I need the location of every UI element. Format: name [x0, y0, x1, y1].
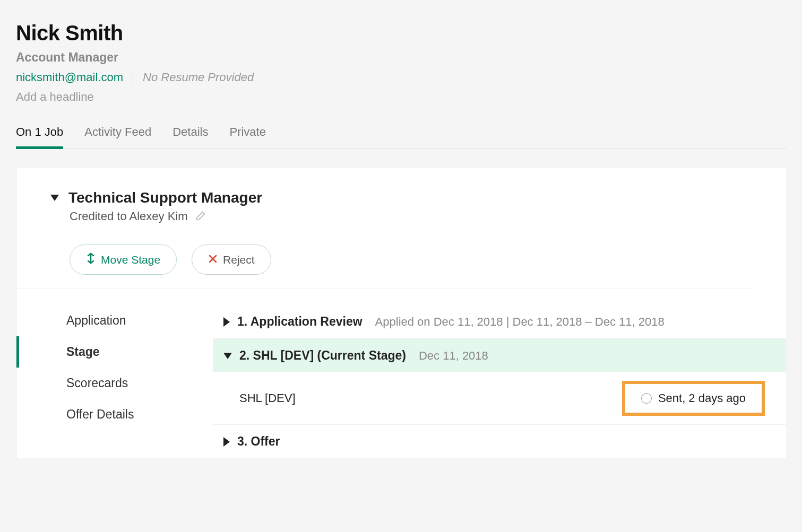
candidate-title: Account Manager [16, 50, 786, 65]
stage-sidebar: Application Stage Scorecards Offer Detai… [16, 305, 213, 458]
expand-stage-icon[interactable] [223, 317, 230, 327]
stage-detail-row: SHL [DEV] Sent, 2 days ago [213, 372, 786, 425]
stage-row-application-review[interactable]: 1. Application Review Applied on Dec 11,… [213, 305, 786, 339]
candidate-name: Nick Smith [16, 21, 786, 45]
assessment-status-text: Sent, 2 days ago [658, 391, 746, 405]
job-title: Technical Support Manager [68, 189, 262, 206]
resume-note: No Resume Provided [143, 71, 254, 84]
sidebar-item-application[interactable]: Application [50, 305, 213, 336]
sidebar-item-scorecards[interactable]: Scorecards [50, 368, 213, 399]
sidebar-item-offer-details[interactable]: Offer Details [50, 399, 213, 430]
reject-label: Reject [223, 254, 255, 266]
reject-icon [208, 254, 218, 266]
move-stage-button[interactable]: Move Stage [70, 245, 177, 275]
candidate-email-link[interactable]: nicksmith@mail.com [16, 71, 123, 84]
assessment-status-highlight: Sent, 2 days ago [622, 381, 765, 416]
status-circle-icon [641, 393, 652, 404]
edit-credit-icon[interactable] [194, 211, 206, 222]
stage-title: 3. Offer [237, 434, 280, 449]
stage-row-current[interactable]: 2. SHL [DEV] (Current Stage) Dec 11, 201… [213, 339, 786, 372]
sidebar-item-stage[interactable]: Stage [16, 336, 213, 368]
expand-stage-icon[interactable] [223, 437, 230, 447]
stage-main: 1. Application Review Applied on Dec 11,… [213, 305, 786, 458]
collapse-job-icon[interactable] [50, 195, 59, 201]
candidate-tabs: On 1 Job Activity Feed Details Private [16, 120, 786, 149]
add-headline-link[interactable]: Add a headline [16, 90, 786, 104]
tab-on-job[interactable]: On 1 Job [16, 120, 63, 149]
stage-title: 2. SHL [DEV] (Current Stage) [239, 348, 406, 363]
tab-private[interactable]: Private [229, 120, 265, 149]
divider [133, 70, 133, 85]
reject-button[interactable]: Reject [192, 245, 271, 275]
stage-row-offer[interactable]: 3. Offer [213, 425, 786, 458]
stage-detail-label: SHL [DEV] [239, 391, 296, 405]
stage-meta: Applied on Dec 11, 2018 | Dec 11, 2018 –… [375, 315, 665, 329]
stage-meta: Dec 11, 2018 [419, 349, 488, 363]
job-card: Technical Support Manager Credited to Al… [16, 168, 786, 458]
stage-title: 1. Application Review [237, 315, 363, 329]
collapse-stage-icon[interactable] [223, 353, 232, 359]
tab-activity-feed[interactable]: Activity Feed [84, 120, 151, 149]
tab-details[interactable]: Details [173, 120, 208, 149]
move-stage-icon [86, 252, 96, 267]
move-stage-label: Move Stage [101, 254, 160, 266]
credited-to-text: Credited to Alexey Kim [70, 210, 188, 223]
